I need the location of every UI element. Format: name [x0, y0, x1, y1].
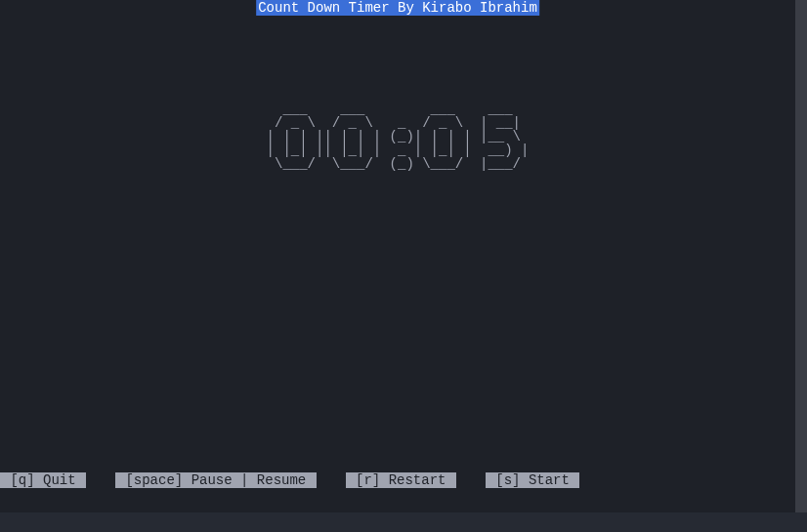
- quit-hint: [q] Quit: [0, 472, 86, 488]
- scrollbar[interactable]: [795, 0, 807, 512]
- bottom-bar: [0, 512, 807, 532]
- start-hint: [s] Start: [486, 472, 579, 488]
- restart-hint: [r] Restart: [346, 472, 456, 488]
- countdown-timer-display: ___ ___ ___ ___ / _ \ / _ \ _ / _ \ | __…: [267, 102, 530, 171]
- footer-bar: [q] Quit [space] Pause | Resume [r] Rest…: [0, 472, 579, 488]
- pause-resume-hint: [space] Pause | Resume: [115, 472, 317, 488]
- app-title: Count Down Timer By Kirabo Ibrahim: [256, 0, 539, 16]
- terminal-main: Count Down Timer By Kirabo Ibrahim ___ _…: [0, 0, 795, 512]
